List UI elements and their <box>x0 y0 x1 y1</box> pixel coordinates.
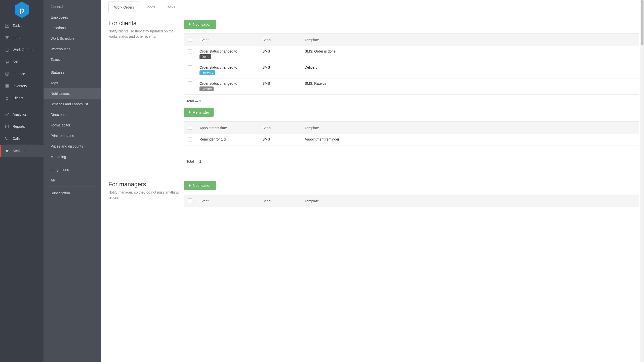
dollar-icon: $ <box>5 71 10 76</box>
btn-label: Reminder <box>193 110 209 114</box>
cell-template: SMS: Order is done <box>301 46 639 62</box>
sub-item-subscription[interactable]: Subscription <box>44 188 101 198</box>
nav-calls[interactable]: Calls <box>0 132 44 145</box>
sub-item-integrations[interactable]: Integrations <box>44 164 101 175</box>
nav-inventory[interactable]: Inventory <box>0 80 44 92</box>
sub-item-warehouses[interactable]: Warehouses <box>44 44 101 54</box>
nav-label: Tasks <box>13 24 22 28</box>
nav-settings[interactable]: Settings <box>0 145 44 157</box>
table-row[interactable]: Reminder for 1 d. SMS Appointment remind… <box>184 134 639 146</box>
col-template: Template <box>301 34 639 46</box>
table-row[interactable]: Order status changed toDone SMS SMS: Ord… <box>184 46 639 62</box>
sub-item-taxes[interactable]: Taxes <box>44 54 101 65</box>
cell-template: Appointment reminder <box>301 134 639 146</box>
section-title: For clients <box>108 20 179 27</box>
nav-tasks[interactable]: Tasks <box>0 20 44 32</box>
gear-icon <box>5 148 10 153</box>
nav-clients[interactable]: Clients <box>0 92 44 104</box>
tab-tasks[interactable]: Tasks <box>160 2 181 13</box>
nav-sales[interactable]: Sales <box>0 56 44 68</box>
sub-item-tags[interactable]: Tags <box>44 78 101 88</box>
cell-event: Reminder for 1 d. <box>196 134 259 146</box>
checkbox[interactable] <box>188 65 192 70</box>
add-notification-button[interactable]: +Notification <box>184 181 216 190</box>
sub-item-marketing[interactable]: Marketing <box>44 152 101 162</box>
scrollbar-track[interactable] <box>640 0 644 362</box>
sub-item-directories[interactable]: Directories <box>44 109 101 120</box>
svg-rect-10 <box>7 86 9 87</box>
sub-item-work-schedule[interactable]: Work Schedule <box>44 33 101 44</box>
nav-divider <box>5 106 39 106</box>
sub-divider <box>48 66 96 66</box>
checkbox-all[interactable] <box>188 125 192 130</box>
section-managers: For managers Notify manager, so they do … <box>108 181 644 207</box>
sub-item-forms-editor[interactable]: Forms editor <box>44 120 101 130</box>
svg-rect-8 <box>7 84 9 86</box>
cell-template: Delivery <box>301 62 639 78</box>
cell-event: Order status changed toDone <box>196 46 259 62</box>
tab-leads[interactable]: Leads <box>140 2 160 13</box>
nav-finance[interactable]: $Finance <box>0 68 44 80</box>
col-event: Event <box>196 195 259 207</box>
sub-divider <box>48 163 96 163</box>
plus-icon: + <box>188 110 191 114</box>
total-reminders: Total — 1 <box>184 155 639 168</box>
checkbox-all[interactable] <box>188 37 192 42</box>
cell-send: SMS <box>259 62 301 78</box>
col-template: Template <box>301 122 639 134</box>
table-row[interactable]: Order status changed toDelivery SMS Deli… <box>184 62 639 78</box>
cell-event: Order status changed toDelivery <box>196 62 259 78</box>
svg-point-11 <box>6 97 8 98</box>
tabs: Work Orders Leads Tasks <box>108 2 644 13</box>
nav-label: Settings <box>13 149 25 153</box>
nav-label: Inventory <box>13 84 27 88</box>
plus-icon: + <box>188 22 191 26</box>
svg-rect-7 <box>6 84 7 86</box>
scrollbar-thumb[interactable] <box>641 0 643 45</box>
sub-item-statuses[interactable]: Statuses <box>44 67 101 78</box>
sub-item-general[interactable]: General <box>44 2 101 12</box>
add-reminder-button[interactable]: +Reminder <box>184 108 214 117</box>
checkbox-all[interactable] <box>188 198 192 203</box>
sub-item-notifications[interactable]: Notifications <box>44 88 101 99</box>
checkbox[interactable] <box>188 49 192 54</box>
nav-work-orders[interactable]: Work Orders <box>0 44 44 56</box>
nav-label: Clients <box>13 96 23 100</box>
nav-label: Sales <box>13 60 21 64</box>
nav-label: Leads <box>13 36 22 40</box>
sub-item-employees[interactable]: Employees <box>44 12 101 23</box>
sub-item-prices-and-discounts[interactable]: Prices and discounts <box>44 141 101 152</box>
sub-item-services-and-labors-list[interactable]: Services and Labors list <box>44 99 101 109</box>
sub-item-locations[interactable]: Locations <box>44 23 101 33</box>
sub-item-api[interactable]: API <box>44 175 101 186</box>
tab-work-orders[interactable]: Work Orders <box>108 2 140 13</box>
nav-leads[interactable]: Leads <box>0 32 44 44</box>
check-icon <box>5 23 10 28</box>
logo[interactable]: p <box>0 0 44 20</box>
nav-analytics[interactable]: Analytics <box>0 108 44 120</box>
logo-icon: p <box>14 1 30 19</box>
checkbox[interactable] <box>188 81 192 86</box>
svg-rect-9 <box>6 86 7 87</box>
sub-divider <box>48 187 96 187</box>
sub-item-print-templates[interactable]: Print templates <box>44 130 101 141</box>
sidebar-primary: p Tasks Leads Work Orders Sales $Finance… <box>0 0 44 362</box>
section-clients: For clients Notify clients, so they stay… <box>108 20 644 168</box>
funnel-icon <box>5 35 10 40</box>
boxes-icon <box>5 83 10 88</box>
grid-icon <box>5 124 10 129</box>
manager-notifications-table: Event Send Template <box>184 195 639 207</box>
main-content: Work Orders Leads Tasks For clients Noti… <box>101 0 644 362</box>
nav-reports[interactable]: Reports <box>0 120 44 132</box>
nav-label: Finance <box>13 72 25 76</box>
chart-icon <box>5 112 10 117</box>
reminders-table: Appointment time Send Template Reminder … <box>184 121 639 155</box>
cart-icon <box>5 59 10 64</box>
add-notification-button[interactable]: +Notification <box>184 20 216 29</box>
checkbox[interactable] <box>188 137 192 142</box>
section-divider <box>108 174 639 174</box>
status-badge: Done <box>199 54 211 59</box>
sidebar-secondary: GeneralEmployeesLocationsWork ScheduleWa… <box>44 0 101 362</box>
table-row[interactable]: Order status changed toClosed SMS SMS: R… <box>184 78 639 95</box>
btn-label: Notification <box>193 22 211 26</box>
